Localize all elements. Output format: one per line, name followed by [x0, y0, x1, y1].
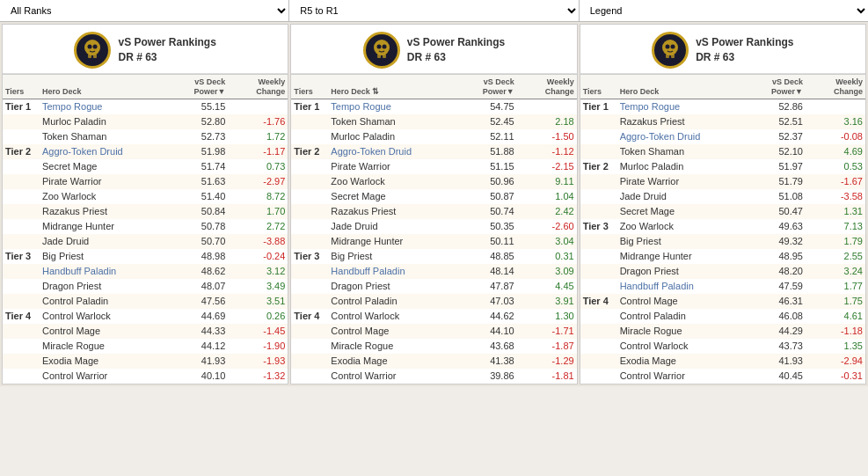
- table-row: Midrange Hunter48.952.55: [580, 249, 865, 264]
- tier-label: Tier 2: [294, 146, 329, 157]
- power-value: 47.03: [467, 296, 514, 306]
- power-value: 47.59: [755, 281, 803, 291]
- table-row: Control Warrior40.45-0.31: [580, 369, 865, 384]
- table-row: Aggro-Token Druid52.37-0.08: [580, 129, 865, 144]
- svg-point-13: [666, 45, 670, 49]
- table-row: Control Paladin47.563.51: [3, 294, 288, 309]
- weekly-change: 3.16: [805, 116, 863, 127]
- deck-name: Big Priest: [620, 236, 754, 246]
- table-row: Tier 2Aggro-Token Druid51.88-1.12: [291, 144, 576, 159]
- deck-name[interactable]: Aggro-Token Druid: [331, 146, 464, 157]
- table-row: Tier 2Aggro-Token Druid51.98-1.17: [3, 144, 288, 159]
- power-value: 44.12: [178, 341, 225, 351]
- panel-title: vS Power RankingsDR # 63: [696, 35, 793, 65]
- power-value: 51.15: [467, 161, 514, 172]
- deck-name: Control Warrior: [620, 370, 754, 381]
- tier-label: Tier 3: [583, 221, 618, 231]
- power-value: 49.63: [755, 221, 803, 231]
- deck-name: Pirate Warrior: [42, 176, 176, 187]
- weekly-change: -1.87: [516, 341, 574, 351]
- table-row: Razakus Priest50.742.42: [291, 204, 576, 219]
- weekly-change: 8.72: [227, 191, 285, 201]
- weekly-change: -2.15: [516, 161, 574, 172]
- power-value: 50.47: [755, 206, 803, 216]
- rank-filter[interactable]: All Ranks: [0, 0, 289, 21]
- power-value: 41.38: [467, 355, 514, 366]
- table-row: Zoo Warlock50.969.11: [291, 174, 576, 189]
- svg-point-0: [84, 40, 100, 55]
- range-filter[interactable]: R5 to R1: [289, 0, 579, 21]
- deck-name: Secret Mage: [620, 206, 754, 216]
- deck-name[interactable]: Tempo Rogue: [42, 101, 176, 112]
- table-row: Control Warrior40.10-1.32: [3, 369, 288, 384]
- deck-name[interactable]: Aggro-Token Druid: [42, 146, 176, 157]
- power-value: 48.95: [755, 251, 803, 261]
- deck-name: Dragon Priest: [620, 266, 754, 276]
- col-header-0: Tiers: [294, 87, 329, 97]
- deck-name[interactable]: Tempo Rogue: [620, 101, 754, 112]
- power-value: 46.31: [755, 296, 803, 306]
- tier-label: Tier 1: [583, 101, 618, 112]
- deck-name: Zoo Warlock: [620, 221, 754, 231]
- deck-name: Murloc Paladin: [42, 116, 176, 127]
- power-value: 49.32: [755, 236, 803, 246]
- legend-filter[interactable]: Legend: [580, 0, 868, 21]
- table-row: Pirate Warrior51.63-2.97: [3, 174, 288, 189]
- table-row: Exodia Mage41.38-1.29: [291, 354, 576, 369]
- power-value: 50.84: [178, 206, 225, 216]
- svg-point-5: [374, 40, 390, 55]
- deck-name: Dragon Priest: [42, 281, 176, 291]
- power-value: 43.73: [755, 341, 803, 351]
- svg-rect-1: [88, 54, 91, 58]
- power-value: 51.40: [178, 191, 225, 201]
- deck-name[interactable]: Handbuff Paladin: [42, 266, 176, 276]
- table-row: Tier 4Control Warlock44.690.26: [3, 309, 288, 324]
- deck-name: Control Warrior: [331, 370, 464, 381]
- panel-logo: [363, 32, 400, 69]
- weekly-change: 1.04: [516, 191, 574, 201]
- weekly-change: 1.79: [805, 236, 863, 246]
- deck-name: Exodia Mage: [42, 355, 176, 366]
- col-header-3: Weekly Change: [805, 77, 863, 97]
- deck-name[interactable]: Handbuff Paladin: [331, 266, 464, 276]
- table-row: Midrange Hunter50.113.04: [291, 234, 576, 249]
- deck-name: Jade Druid: [42, 236, 176, 246]
- col-header-1: Hero Deck: [42, 87, 176, 97]
- table-column-header: TiersHero DeckvS DeckPower▼Weekly Change: [580, 74, 865, 99]
- power-value: 39.86: [467, 370, 514, 381]
- table-row: Tier 1Tempo Rogue55.15: [3, 99, 288, 114]
- power-value: 51.97: [755, 161, 803, 172]
- weekly-change: 3.91: [516, 296, 574, 306]
- weekly-change: -1.18: [805, 326, 863, 336]
- deck-name: Control Paladin: [331, 296, 464, 306]
- deck-name[interactable]: Handbuff Paladin: [620, 281, 754, 291]
- deck-name[interactable]: Aggro-Token Druid: [620, 131, 754, 142]
- panel-3: vS Power RankingsDR # 63TiersHero DeckvS…: [580, 24, 866, 384]
- panel-header: vS Power RankingsDR # 63: [3, 25, 288, 74]
- col-header-0: Tiers: [583, 87, 618, 97]
- power-value: 51.88: [467, 146, 514, 157]
- panel-2: vS Power RankingsDR # 63TiersHero Deck ⇅…: [290, 24, 577, 384]
- table-row: Jade Druid50.70-3.88: [3, 234, 288, 249]
- col-header-0: Tiers: [5, 87, 40, 97]
- deck-name: Zoo Warlock: [42, 191, 176, 201]
- table-row: Control Paladin47.033.91: [291, 294, 576, 309]
- weekly-change: 2.18: [516, 116, 574, 127]
- deck-name[interactable]: Tempo Rogue: [331, 101, 464, 112]
- tier-label: Tier 3: [5, 251, 40, 261]
- table-row: Tier 4Control Warlock44.621.30: [291, 309, 576, 324]
- power-value: 48.20: [755, 266, 803, 276]
- power-value: 52.73: [178, 131, 225, 142]
- power-value: 41.93: [755, 355, 803, 366]
- table-row: Pirate Warrior51.15-2.15: [291, 159, 576, 174]
- power-value: 50.35: [467, 221, 514, 231]
- table-row: Dragon Priest48.203.24: [580, 264, 865, 279]
- col-header-2: vS DeckPower▼: [467, 77, 514, 97]
- power-value: 40.45: [755, 370, 803, 381]
- table-row: Control Warrior39.86-1.81: [291, 369, 576, 384]
- deck-name: Murloc Paladin: [620, 161, 754, 172]
- power-value: 44.10: [467, 326, 514, 336]
- weekly-change: 1.77: [805, 281, 863, 291]
- weekly-change: 3.12: [227, 266, 285, 276]
- weekly-change: 9.11: [516, 176, 574, 187]
